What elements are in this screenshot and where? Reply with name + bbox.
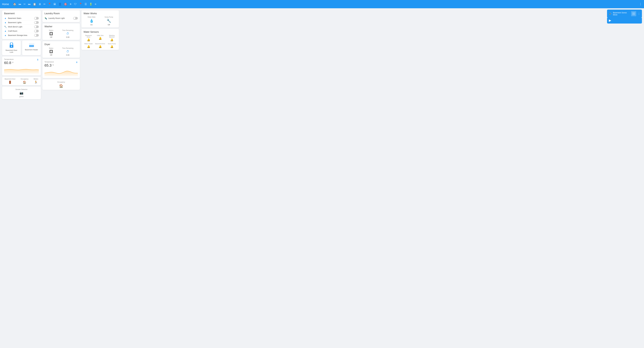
water-main-item: Water Main 💧 On <box>84 16 100 26</box>
nav-clipboard-icon[interactable]: 📋 <box>33 2 36 6</box>
nav-location-icon[interactable]: 📍 <box>48 2 51 6</box>
storage-icon: ▲ <box>4 34 7 36</box>
utility-sink-label: Utility Sink <box>97 35 104 36</box>
nav-building-icon[interactable]: 🏛 <box>54 3 56 6</box>
sonos-play-button[interactable]: ▶ <box>609 18 611 22</box>
craftroom-icon: ▲ <box>4 30 7 32</box>
dryer-time-value: 0.00 <box>66 54 70 56</box>
smoke-status: green <box>19 96 24 98</box>
water-main-label: Water Main <box>88 16 96 18</box>
sonos-title: Basement Sonos Move <box>613 12 630 16</box>
temp-unit: °F <box>12 62 14 64</box>
nav-menu-icon[interactable]: ☰ <box>84 2 87 6</box>
nav-home-icon[interactable]: 🏠 <box>13 2 16 6</box>
basement-drain-label: Basement Drain <box>84 35 94 38</box>
laundry-temp-unit: °F <box>52 64 54 66</box>
laundry-light-icon: 🔦 <box>44 17 47 20</box>
lights-icon: ▲ <box>4 21 7 24</box>
list-item: ▲ Basement Lights <box>4 20 39 25</box>
svg-rect-2 <box>11 46 12 47</box>
washer-timer-icon: ⏱ <box>66 32 69 36</box>
laundry-occupancy-label: Occupancy <box>57 81 65 83</box>
sensor-utility-sink: Utility Sink 🔔 <box>95 35 105 41</box>
nav-edit-icon[interactable]: ✏ <box>44 2 46 6</box>
water-works-title: Water Works <box>84 12 117 15</box>
water-sump-pump-label: Sump Pump <box>108 43 116 44</box>
nav-bed-icon[interactable]: 🛏 <box>18 3 21 6</box>
basement-stairs-label: Basement Stairs <box>8 17 34 19</box>
water-main-icon: 💧 <box>89 19 94 23</box>
door-sensor-label: Basement Door <box>5 78 16 80</box>
sump-pump-label: Sump Pump <box>104 16 113 18</box>
workbench-toggle[interactable] <box>34 26 39 28</box>
motion-sensor-label: Motion <box>34 78 38 80</box>
water-sensors-grid: Basement Drain 🔔 Utility Sink 🔔 Washing … <box>84 35 117 48</box>
nav-shield-icon[interactable]: 🛡 <box>74 3 77 6</box>
nav-bed2-icon[interactable]: 🛏 <box>28 3 31 6</box>
water-heater-label: Water Heater <box>84 43 93 44</box>
temp-number: 60.8 <box>4 61 11 65</box>
temp-value-display: 60.8 °F <box>4 61 39 65</box>
basement-sensors-row: Basement Door 🚪 Occupancy 🏠 Motion 🏃 <box>2 77 41 85</box>
washer-status-label: Status <box>49 30 53 31</box>
nav-monitor-icon[interactable]: 🖥 <box>38 3 41 6</box>
laundry-title: Laundry Room <box>44 12 78 15</box>
sump-pump-status: Off <box>108 24 110 26</box>
nav-send-icon[interactable]: ✈ <box>70 2 72 6</box>
basement-stairs-toggle[interactable] <box>34 17 39 20</box>
stairs-icon: ▲ <box>4 17 7 20</box>
smoke-detector-card: Smoke Detector 📷 green <box>2 86 41 99</box>
storage-toggle[interactable] <box>34 34 39 36</box>
list-item: 🔧 Work Bench Light <box>4 25 39 29</box>
basement-door-lock-card[interactable]: Basement Door Lock <box>2 40 21 55</box>
washing-machine-icon: 🔔 <box>110 38 114 41</box>
nav-icons: 🏠 🛏 ✂ 🛏 📋 🖥 ✏ 📍 🏛 👤 🎯 ✈ 🛡 📍 ☰ 🔋 ≡ <box>13 2 96 6</box>
smoke-icon: 📷 <box>20 91 24 95</box>
lock-icon <box>9 42 14 48</box>
dryer-card: Dryer Status 🔲 Off Time Remaining ⏱ 0.00 <box>42 41 80 58</box>
laundry-header-card: Laundry Room 🔦 Laundry Room Light <box>42 10 80 22</box>
nav-person-icon[interactable]: 👤 <box>58 2 62 6</box>
nav-pin-icon[interactable]: 📍 <box>79 2 82 6</box>
list-item: ▲ Craft Room <box>4 29 39 33</box>
craftroom-toggle[interactable] <box>34 30 39 32</box>
heater-icon: 〰〰〰 <box>29 42 34 48</box>
sensor-basement-door: Basement Door 🔔 <box>95 43 105 48</box>
occupancy-sensor-label: Occupancy <box>21 78 28 80</box>
basement-lights-card: Basement ▲ Basement Stairs ▲ Basement Li… <box>2 10 41 39</box>
svg-rect-5 <box>30 46 30 46</box>
header-more-button[interactable]: ⋮ <box>639 2 642 6</box>
sonos-more-button[interactable]: ⋮ <box>638 12 640 15</box>
washer-title: Washer <box>44 25 78 28</box>
sensor-basement-drain: Basement Drain 🔔 <box>84 35 94 41</box>
nav-target-icon[interactable]: 🎯 <box>64 2 67 6</box>
list-item: ▲ Basement Storage Area <box>4 33 39 37</box>
basement-temp-chart <box>4 66 39 74</box>
sonos-controls: ▶ <box>607 18 642 24</box>
nav-battery-icon[interactable]: 🔋 <box>89 2 92 6</box>
nav-list-icon[interactable]: ≡ <box>95 3 96 6</box>
motion-icon: 🏃 <box>34 81 38 84</box>
basement-lights-toggle[interactable] <box>34 21 39 24</box>
basement-panel: Basement ▲ Basement Stairs ▲ Basement Li… <box>2 10 41 99</box>
basement-lights-label: Basement Lights <box>8 22 34 24</box>
temp-label: Temperature <box>4 58 39 60</box>
laundry-temp-label: Temperature <box>44 61 78 63</box>
laundry-temp-display: 65.3 °F <box>44 63 78 68</box>
dryer-title: Dryer <box>44 43 78 46</box>
sonos-panel: 🔊 Basement Sonos Move ⋮ ▶ <box>607 10 642 24</box>
door-lock-label: Basement Door Lock <box>4 49 19 53</box>
laundry-light-toggle[interactable] <box>73 17 78 20</box>
thermometer-icon: 🌡 <box>37 58 39 61</box>
laundry-temp-chart <box>44 68 78 76</box>
dryer-status-label: Status <box>49 47 53 49</box>
washer-time-value: 0.00 <box>66 36 70 38</box>
water-main-status: On <box>90 24 92 26</box>
washer-status-item: Status 🔲 Off <box>49 30 53 38</box>
dryer-timer-icon: ⏱ <box>66 50 69 53</box>
washer-stats: Status 🔲 Off Time Remaining ⏱ 0.00 <box>44 30 78 38</box>
workbench-label: Work Bench Light <box>8 26 34 28</box>
nav-tools-icon[interactable]: ✂ <box>24 2 26 6</box>
water-heater-icon: 🔔 <box>87 45 90 48</box>
basement-heater-card[interactable]: 〰〰〰 Basement Heater <box>22 40 41 55</box>
